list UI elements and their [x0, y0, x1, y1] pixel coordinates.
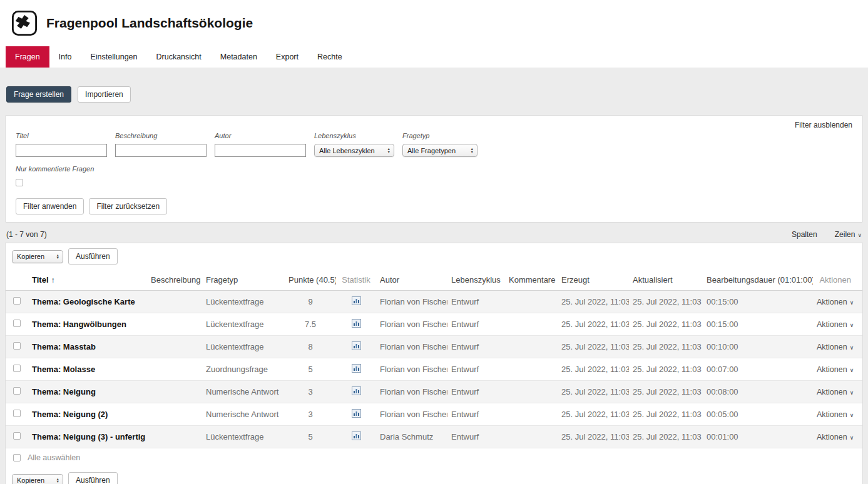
column-header-fragetyp[interactable]: Fragetyp	[202, 270, 285, 291]
statistics-icon[interactable]	[352, 319, 361, 330]
question-lifecycle: Entwurf	[447, 313, 505, 336]
tab-druckansicht[interactable]: Druckansicht	[147, 46, 211, 68]
bulk-action-bar-top: Kopieren ▲▼ Ausführen	[6, 243, 862, 270]
columns-link[interactable]: Spalten	[792, 230, 817, 239]
question-comments	[505, 291, 558, 313]
column-header-lebenszyklus[interactable]: Lebenszyklus	[447, 270, 505, 291]
row-checkbox[interactable]	[13, 342, 21, 350]
question-created: 25. Jul 2022, 11:03	[558, 336, 629, 358]
tab-einstellungen[interactable]: Einstellungen	[81, 46, 146, 68]
column-header-punkte[interactable]: Punkte (40.5)	[285, 270, 336, 291]
question-author: Daria Schmutz	[376, 426, 447, 448]
question-title[interactable]: Thema: Neigung (3) - unfertig	[28, 426, 147, 448]
question-type: Lückentextfrage	[202, 426, 285, 448]
table-row: Thema: Neigung (2) Numerische Antwort 3 …	[6, 403, 862, 426]
sort-ascending-icon: ↑	[51, 275, 56, 285]
statistics-icon[interactable]	[352, 341, 361, 352]
statistics-icon[interactable]	[352, 364, 361, 375]
bulk-action-select[interactable]: Kopieren ▲▼	[12, 250, 63, 263]
question-title[interactable]: Thema: Molasse	[28, 358, 147, 381]
chevron-down-icon: ∨	[850, 322, 854, 328]
apply-filter-button[interactable]: Filter anwenden	[16, 198, 84, 214]
tab-rechte[interactable]: Rechte	[308, 46, 352, 68]
row-checkbox[interactable]	[13, 297, 21, 305]
column-header-bearbeitungsdauer[interactable]: Bearbeitungsdauer (01:01:00)	[703, 270, 813, 291]
row-actions-dropdown[interactable]: Aktionen∨	[817, 365, 854, 374]
question-title[interactable]: Thema: Hangwölbungen	[28, 313, 147, 336]
column-header-kommentare[interactable]: Kommentare	[505, 270, 558, 291]
question-type: Zuordnungsfrage	[202, 358, 285, 381]
bulk-action-bar-bottom: Kopieren ▲▼ Ausführen	[6, 467, 862, 484]
tab-fragen[interactable]: Fragen	[6, 46, 49, 68]
question-duration: 00:08:00	[703, 381, 813, 403]
question-type-select[interactable]: Alle Fragetypen ▲▼	[402, 144, 477, 157]
page-title: Fragenpool Landschaftsökologie	[46, 16, 253, 31]
question-created: 25. Jul 2022, 11:03	[558, 403, 629, 426]
hide-filter-link[interactable]: Filter ausblenden	[795, 121, 852, 129]
chevron-down-icon: ∨	[850, 345, 854, 351]
row-actions-dropdown[interactable]: Aktionen∨	[817, 320, 854, 329]
row-actions-dropdown[interactable]: Aktionen∨	[817, 298, 854, 306]
action-toolbar: Frage erstellen Importieren	[5, 86, 863, 103]
tab-info[interactable]: Info	[49, 46, 81, 68]
question-comments	[505, 336, 558, 358]
filter-beschreibung-input[interactable]	[115, 144, 207, 157]
question-table-container: Kopieren ▲▼ Ausführen T	[5, 243, 863, 484]
statistics-icon[interactable]	[352, 431, 361, 442]
column-header-aktualisiert[interactable]: Aktualisiert	[629, 270, 703, 291]
statistics-icon[interactable]	[352, 296, 361, 307]
question-lifecycle: Entwurf	[447, 403, 505, 426]
filter-titel-input[interactable]	[16, 144, 107, 157]
table-row: Thema: Masstab Lückentextfrage 8 Florian…	[6, 336, 862, 358]
page-header: Fragenpool Landschaftsökologie	[0, 0, 868, 46]
question-points: 9	[285, 291, 336, 313]
row-checkbox[interactable]	[13, 432, 21, 440]
select-all-checkbox[interactable]	[13, 454, 21, 461]
question-lifecycle: Entwurf	[447, 358, 505, 381]
row-actions-dropdown[interactable]: Aktionen∨	[817, 410, 854, 419]
filter-field-beschreibung: Beschreibung	[115, 132, 207, 157]
execute-button[interactable]: Ausführen	[68, 248, 118, 265]
commented-only-checkbox[interactable]	[16, 179, 23, 186]
row-checkbox[interactable]	[13, 365, 21, 372]
question-title[interactable]: Thema: Geologische Karte	[28, 291, 147, 313]
tab-metadaten[interactable]: Metadaten	[211, 46, 267, 68]
row-actions-dropdown[interactable]: Aktionen∨	[817, 388, 854, 396]
question-type: Numerische Antwort	[202, 403, 285, 426]
rows-dropdown[interactable]: Zeilen∨	[835, 230, 862, 239]
question-duration: 00:01:00	[703, 426, 813, 448]
list-meta-right: Spalten Zeilen∨	[792, 230, 862, 239]
table-row: Thema: Hangwölbungen Lückentextfrage 7.5…	[6, 313, 862, 336]
bulk-action-select-bottom[interactable]: Kopieren ▲▼	[12, 474, 63, 484]
filter-field-titel: Titel	[16, 132, 107, 157]
question-lifecycle: Entwurf	[447, 381, 505, 403]
lifecycle-select[interactable]: Alle Lebenszyklen ▲▼	[314, 144, 394, 157]
row-checkbox[interactable]	[13, 320, 21, 327]
question-duration: 00:10:00	[703, 336, 813, 358]
create-question-button[interactable]: Frage erstellen	[6, 86, 71, 103]
column-header-beschreibung[interactable]: Beschreibung	[147, 270, 202, 291]
question-title[interactable]: Thema: Neigung	[28, 381, 147, 403]
question-comments	[505, 381, 558, 403]
question-description	[147, 403, 202, 426]
filter-lebenszyklus-label: Lebenszyklus	[314, 132, 394, 139]
reset-filter-button[interactable]: Filter zurücksetzen	[89, 198, 167, 214]
tab-export[interactable]: Export	[267, 46, 308, 68]
column-header-titel[interactable]: Titel↑	[28, 270, 147, 291]
question-title[interactable]: Thema: Neigung (2)	[28, 403, 147, 426]
statistics-icon[interactable]	[352, 409, 361, 420]
question-title[interactable]: Thema: Masstab	[28, 336, 147, 358]
row-checkbox[interactable]	[13, 410, 21, 417]
question-updated: 25. Jul 2022, 11:03	[629, 403, 703, 426]
statistics-icon[interactable]	[352, 386, 361, 397]
question-pool-page: Fragenpool Landschaftsökologie FragenInf…	[0, 0, 868, 484]
column-header-autor[interactable]: Autor	[376, 270, 447, 291]
row-actions-dropdown[interactable]: Aktionen∨	[817, 343, 854, 351]
filter-autor-input[interactable]	[215, 144, 306, 157]
chevron-down-icon: ∨	[857, 232, 862, 238]
column-header-erzeugt[interactable]: Erzeugt	[558, 270, 629, 291]
import-button[interactable]: Importieren	[78, 86, 131, 103]
row-checkbox[interactable]	[13, 387, 21, 395]
execute-button-bottom[interactable]: Ausführen	[68, 472, 118, 484]
row-actions-dropdown[interactable]: Aktionen∨	[817, 433, 854, 441]
